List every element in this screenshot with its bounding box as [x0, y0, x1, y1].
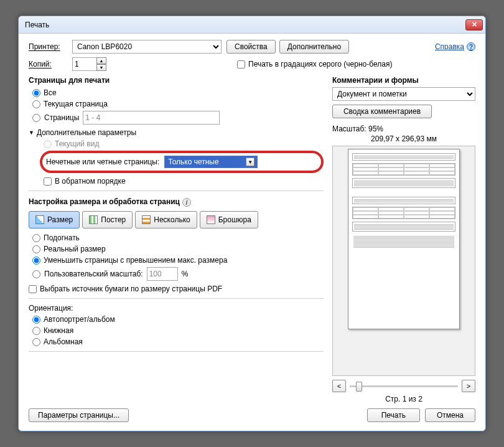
pages-range[interactable]: Страницы — [32, 111, 324, 125]
footer: Параметры страницы... Печать Отмена — [29, 403, 475, 425]
close-icon: ✕ — [472, 21, 477, 29]
print-dialog: Печать ✕ Принтер: Canon LBP6020 Свойства… — [18, 16, 486, 431]
copies-input[interactable] — [72, 57, 97, 71]
printer-label: Принтер: — [29, 42, 72, 51]
chevron-down-icon: ▼ — [29, 129, 34, 136]
poster-icon — [89, 215, 98, 224]
grayscale-label: Печать в градациях серого (черно-белая) — [248, 60, 392, 68]
printer-select[interactable]: Canon LBP6020 — [72, 40, 222, 54]
multiple-icon — [142, 215, 151, 224]
print-button[interactable]: Печать — [367, 408, 420, 422]
preview-dims: 209,97 x 296,93 мм — [332, 134, 475, 143]
preview-nav: < > — [332, 380, 475, 392]
paper-source-checkbox[interactable]: Выбрать источник бумаги по размеру стран… — [29, 285, 324, 293]
window-title: Печать — [25, 21, 465, 29]
help-link[interactable]: Справка ? — [435, 42, 475, 51]
advanced-button[interactable]: Дополнительно — [279, 40, 349, 54]
right-column: Комментарии и формы Документ и пометки С… — [332, 75, 475, 403]
copies-spinner[interactable]: ▲ ▼ — [72, 57, 106, 71]
reverse-order[interactable]: В обратном порядке — [44, 177, 324, 186]
grayscale-checkbox[interactable]: Печать в градациях серого (черно-белая) — [237, 60, 392, 68]
current-view-radio: Текущий вид — [44, 139, 324, 148]
pages-title: Страницы для печати — [29, 76, 324, 85]
seg-multiple[interactable]: Несколько — [135, 211, 197, 228]
sizing-segments: Размер Постер Несколько Брошюра — [29, 211, 324, 228]
grayscale-input[interactable] — [237, 60, 245, 68]
preview-box — [332, 146, 475, 376]
fit-radio[interactable]: Подогнать — [32, 233, 324, 242]
sizing-header: Настройка размера и обработка страниц i — [29, 196, 324, 209]
comments-title: Комментарии и формы — [332, 76, 475, 85]
prev-page-button[interactable]: < — [332, 380, 346, 392]
content-area: Принтер: Canon LBP6020 Свойства Дополнит… — [19, 34, 485, 431]
orient-portrait[interactable]: Книжная — [32, 326, 324, 335]
pages-current[interactable]: Текущая страница — [32, 100, 324, 108]
seg-poster[interactable]: Постер — [82, 211, 133, 228]
orient-auto[interactable]: Автопортрет/альбом — [32, 315, 324, 324]
dropdown-arrow-icon: ▼ — [246, 158, 254, 166]
close-button[interactable]: ✕ — [465, 19, 483, 31]
odd-even-select[interactable]: Только четные ▼ — [164, 156, 258, 168]
shrink-radio[interactable]: Уменьшить страницы с превышением макс. р… — [32, 256, 324, 265]
page-setup-button[interactable]: Параметры страницы... — [29, 408, 129, 422]
copies-label: Копий: — [29, 60, 72, 68]
copies-up[interactable]: ▲ — [96, 57, 106, 64]
custom-radio[interactable]: Пользовательский масштаб: % — [32, 267, 324, 281]
orientation-title: Ориентация: — [29, 304, 324, 313]
copies-down[interactable]: ▼ — [96, 64, 106, 71]
copies-row: Копий: ▲ ▼ Печать в градациях серого (че… — [29, 57, 475, 71]
help-icon: ? — [467, 42, 475, 51]
booklet-icon — [207, 215, 215, 224]
scale-label: Масштаб: 95% — [332, 125, 475, 133]
pages-all[interactable]: Все — [32, 88, 324, 97]
size-icon — [35, 215, 44, 224]
preview-page — [348, 149, 460, 329]
zoom-slider[interactable] — [350, 385, 458, 387]
cancel-button[interactable]: Отмена — [425, 408, 475, 422]
sizing-title: Настройка размера и обработка страниц — [29, 197, 180, 206]
next-page-button[interactable]: > — [462, 380, 475, 392]
printer-row: Принтер: Canon LBP6020 Свойства Дополнит… — [29, 40, 475, 54]
odd-even-value: Только четные — [168, 158, 218, 166]
custom-scale-input[interactable] — [147, 267, 178, 281]
page-counter: Стр. 1 из 2 — [332, 395, 475, 403]
more-params-toggle[interactable]: ▼ Дополнительные параметры — [29, 128, 324, 137]
odd-even-highlight: Нечетные или четные страницы: Только чет… — [40, 151, 324, 173]
comments-select[interactable]: Документ и пометки — [332, 87, 475, 101]
help-label: Справка — [435, 42, 464, 51]
info-icon[interactable]: i — [182, 198, 191, 207]
pages-range-input[interactable] — [83, 111, 220, 125]
slider-thumb[interactable] — [356, 382, 362, 392]
comments-summary-button[interactable]: Сводка комментариев — [332, 105, 432, 118]
properties-button[interactable]: Свойства — [226, 40, 276, 54]
seg-booklet[interactable]: Брошюра — [200, 211, 258, 228]
odd-even-label: Нечетные или четные страницы: — [46, 158, 159, 166]
actual-radio[interactable]: Реальный размер — [32, 245, 324, 253]
seg-size[interactable]: Размер — [29, 211, 80, 228]
orient-landscape[interactable]: Альбомная — [32, 337, 324, 346]
titlebar: Печать ✕ — [19, 16, 485, 34]
left-column: Страницы для печати Все Текущая страница… — [29, 75, 324, 403]
